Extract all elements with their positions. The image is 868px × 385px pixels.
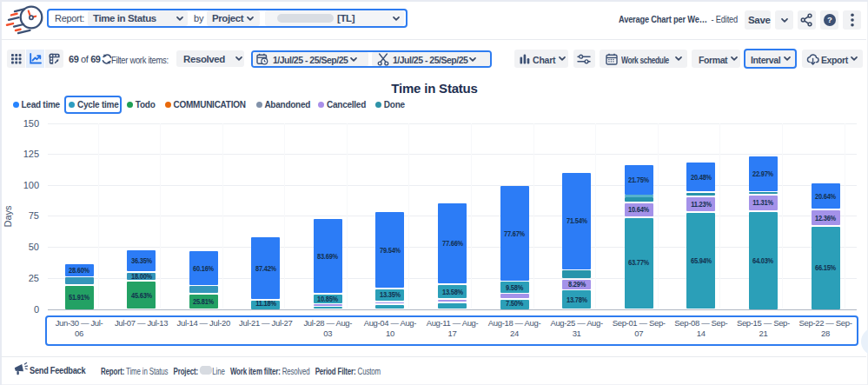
svg-text:?: ? [827,15,832,24]
